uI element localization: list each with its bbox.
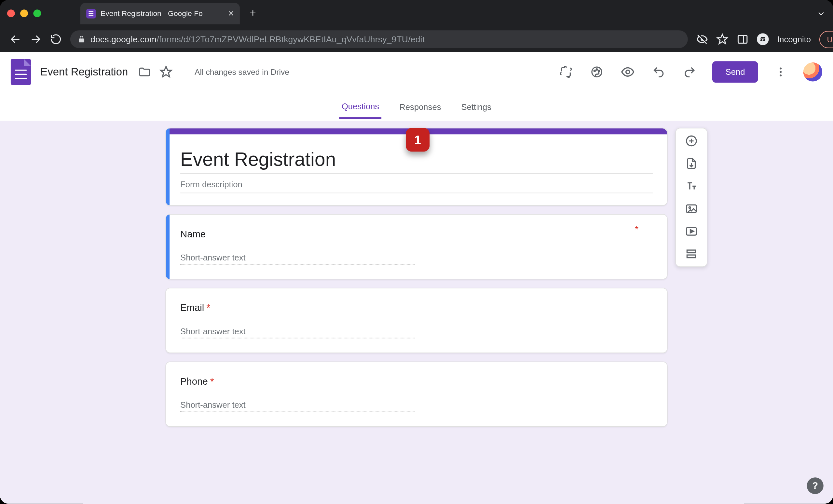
svg-rect-27: [687, 250, 696, 253]
star-button[interactable]: [159, 65, 173, 79]
save-status: All changes saved in Drive: [195, 68, 289, 76]
undo-button[interactable]: [650, 64, 667, 80]
send-button[interactable]: Send: [712, 61, 758, 82]
tabs-overflow-button[interactable]: [816, 9, 826, 18]
browser-window: Event Registration - Google Fo × + docs.…: [0, 0, 833, 504]
svg-point-18: [780, 74, 782, 76]
svg-point-24: [689, 207, 690, 208]
question-title[interactable]: Phone: [180, 377, 208, 387]
required-asterisk: *: [207, 303, 210, 313]
update-label: Update: [827, 35, 833, 44]
close-tab-icon[interactable]: ×: [229, 8, 234, 19]
svg-marker-26: [690, 230, 693, 233]
addons-button[interactable]: [558, 64, 574, 80]
close-window-button[interactable]: [7, 9, 15, 17]
form-description-input[interactable]: Form description: [180, 176, 653, 193]
question-title[interactable]: Name: [180, 229, 206, 240]
add-section-button[interactable]: [685, 248, 698, 260]
add-title-button[interactable]: [685, 179, 698, 193]
browser-tab[interactable]: Event Registration - Google Fo ×: [80, 3, 240, 24]
redo-button[interactable]: [681, 64, 698, 80]
question-card-phone[interactable]: Phone * Short-answer text: [165, 361, 667, 427]
required-asterisk: *: [210, 377, 214, 387]
url-path: /forms/d/12To7mZPVWdlPeLRBtkgywKBEtIAu_q…: [157, 34, 425, 44]
more-menu-button[interactable]: [772, 64, 789, 80]
move-to-folder-button[interactable]: [138, 65, 152, 79]
tab-questions[interactable]: Questions: [339, 96, 382, 119]
answer-placeholder: Short-answer text: [180, 326, 414, 338]
required-asterisk: *: [635, 224, 638, 235]
svg-point-14: [598, 70, 600, 72]
lock-icon: [77, 35, 86, 44]
address-bar: docs.google.com/forms/d/12To7mZPVWdlPeLR…: [0, 27, 833, 52]
answer-placeholder: Short-answer text: [180, 253, 414, 265]
bookmark-star-icon[interactable]: [716, 33, 729, 45]
help-button[interactable]: ?: [807, 477, 824, 494]
svg-point-9: [763, 39, 765, 41]
incognito-icon: [757, 33, 769, 45]
window-controls: [7, 9, 41, 17]
form-body: Event Registration Form description Name…: [165, 128, 667, 427]
question-toolbar: [675, 128, 707, 267]
question-card-email[interactable]: Email * Short-answer text: [165, 288, 667, 353]
add-video-button[interactable]: [685, 225, 698, 238]
svg-rect-2: [89, 15, 93, 16]
minimize-window-button[interactable]: [20, 9, 28, 17]
panel-icon[interactable]: [737, 33, 749, 45]
titlebar: Event Registration - Google Fo × +: [0, 0, 833, 27]
svg-marker-5: [717, 34, 727, 44]
omnibox[interactable]: docs.google.com/forms/d/12To7mZPVWdlPeLR…: [70, 30, 688, 48]
form-tabs: Questions Responses Settings: [0, 93, 833, 122]
svg-point-17: [780, 71, 782, 73]
tab-responses[interactable]: Responses: [397, 96, 444, 118]
forms-app: Event Registration All changes saved in …: [0, 52, 833, 504]
question-title[interactable]: Email: [180, 303, 204, 313]
form-title-input[interactable]: Event Registration: [180, 149, 653, 174]
form-canvas: Event Registration Form description Name…: [0, 121, 833, 504]
forms-favicon-icon: [86, 9, 96, 18]
question-card-name[interactable]: Name * Short-answer text: [165, 214, 667, 279]
tutorial-step-badge: 1: [406, 128, 429, 152]
customize-theme-button[interactable]: [589, 64, 605, 80]
browser-tab-title: Event Registration - Google Fo: [100, 9, 203, 18]
app-header: Event Registration All changes saved in …: [0, 52, 833, 93]
url-text: docs.google.com/forms/d/12To7mZPVWdlPeLR…: [91, 34, 425, 44]
svg-point-8: [760, 39, 762, 41]
update-button[interactable]: Update ⋮: [819, 30, 833, 48]
tab-settings[interactable]: Settings: [459, 96, 494, 118]
svg-marker-10: [161, 66, 172, 77]
svg-rect-1: [89, 13, 93, 14]
svg-point-16: [780, 68, 782, 70]
selection-bar: [166, 215, 169, 279]
selection-bar: [166, 128, 169, 205]
svg-rect-6: [738, 35, 747, 43]
preview-button[interactable]: [620, 64, 636, 80]
svg-point-12: [594, 70, 595, 72]
answer-placeholder: Short-answer text: [180, 400, 414, 412]
reload-button[interactable]: [50, 33, 62, 46]
forms-logo-icon[interactable]: [11, 59, 31, 85]
new-tab-button[interactable]: +: [245, 5, 261, 22]
svg-point-13: [596, 69, 598, 70]
account-avatar[interactable]: [803, 62, 823, 82]
incognito-label: Incognito: [777, 34, 811, 44]
svg-rect-0: [89, 11, 93, 12]
toolbar-right: Incognito Update ⋮: [696, 30, 833, 48]
import-questions-button[interactable]: [685, 157, 698, 170]
add-question-button[interactable]: [685, 134, 698, 147]
fullscreen-window-button[interactable]: [33, 9, 41, 17]
url-host: docs.google.com: [91, 34, 157, 44]
forward-button[interactable]: [30, 33, 42, 46]
add-image-button[interactable]: [685, 202, 698, 215]
svg-point-15: [626, 70, 629, 74]
back-button[interactable]: [9, 33, 22, 46]
svg-rect-28: [687, 255, 696, 257]
doc-title-input[interactable]: Event Registration: [38, 65, 130, 79]
eye-off-icon[interactable]: [696, 33, 708, 45]
